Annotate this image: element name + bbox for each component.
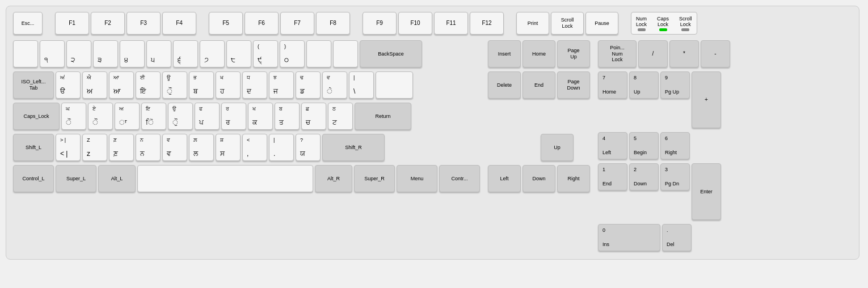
key-o[interactable]: ਝਜ <box>269 71 294 99</box>
key-3[interactable]: ੩ <box>93 40 118 67</box>
key-np-4[interactable]: 4Left <box>598 132 627 159</box>
key-j[interactable]: ਰਰ <box>221 103 246 130</box>
key-2[interactable]: ੨ <box>66 40 91 67</box>
key-left[interactable]: Left <box>488 165 521 192</box>
key-period[interactable]: ?ਯ <box>296 134 321 161</box>
key-8[interactable]: ੮ <box>226 40 251 67</box>
key-6[interactable]: ੬੍ <box>173 40 198 67</box>
key-f3[interactable]: F3 <box>127 12 161 35</box>
key-np-3[interactable]: 3Pg Dn <box>660 163 690 190</box>
key-np-star[interactable]: * <box>669 40 699 67</box>
key-insert[interactable]: Insert <box>488 40 521 67</box>
key-4[interactable]: ੪ <box>120 40 145 67</box>
key-space[interactable] <box>137 165 313 192</box>
key-h[interactable]: ਫਪ <box>195 103 220 130</box>
key-np-0[interactable]: 0Ins <box>598 224 660 251</box>
key-d[interactable]: ਅਾ <box>115 103 140 130</box>
key-bracketr[interactable]: |\ <box>349 71 374 99</box>
key-r[interactable]: ਈਇੋ <box>136 71 161 99</box>
key-np-minus[interactable]: - <box>701 40 730 67</box>
key-backslash-extra[interactable] <box>376 71 413 99</box>
key-e[interactable]: ਆਆ਼ <box>109 71 134 99</box>
key-x[interactable]: ਣ਼ਣ਼ <box>109 134 134 161</box>
key-np-8[interactable]: 8Up <box>629 71 659 99</box>
key-comma[interactable]: |. <box>269 134 294 161</box>
key-g[interactable]: ਉੁੌ <box>168 103 193 130</box>
key-f4[interactable]: F4 <box>162 12 196 35</box>
key-b[interactable]: ਲ਼ਲ <box>189 134 214 161</box>
key-iso[interactable]: > |< | <box>56 134 81 161</box>
key-bracketl[interactable]: ਵੇ <box>322 71 347 99</box>
key-np-plus[interactable]: + <box>692 71 721 128</box>
key-np-9[interactable]: 9Pg Up <box>660 71 690 99</box>
key-esc[interactable]: Esc... <box>13 12 43 35</box>
key-np-slash[interactable]: / <box>638 40 668 67</box>
key-np-1[interactable]: 1End <box>598 163 627 190</box>
key-alt-right[interactable]: Alt_R <box>315 165 352 192</box>
key-pause[interactable]: Pause <box>585 12 618 35</box>
key-apostrophe[interactable]: ਠਟ <box>328 103 353 130</box>
key-end[interactable]: End <box>523 71 555 99</box>
key-v[interactable]: ਵਵ <box>162 134 187 161</box>
key-f8[interactable]: F8 <box>316 12 350 35</box>
key-5[interactable]: ੫ <box>146 40 171 67</box>
key-delete[interactable]: Delete <box>488 71 521 99</box>
key-t[interactable]: ਊੁੌ <box>162 71 187 99</box>
key-np-dot[interactable]: .Del <box>662 224 692 251</box>
key-7[interactable]: ੭ <box>200 40 225 67</box>
key-numlock[interactable]: Poin...NumLock <box>598 40 637 67</box>
key-s[interactable]: ਏੌ <box>88 103 113 130</box>
key-f5[interactable]: F5 <box>209 12 243 35</box>
key-scrolllock[interactable]: ScrollLock <box>551 12 584 35</box>
key-np-enter[interactable]: Enter <box>692 163 721 220</box>
key-semicolon[interactable]: ਛਚ <box>301 103 326 130</box>
key-shift-left[interactable]: Shift_L <box>13 134 54 161</box>
key-1[interactable]: ੧ <box>40 40 65 67</box>
key-return[interactable]: Return <box>355 103 411 130</box>
key-n[interactable]: ਸ਼ਸ <box>216 134 241 161</box>
key-home[interactable]: Home <box>523 40 555 67</box>
key-q[interactable]: ਅਂੳ <box>56 71 81 99</box>
key-np-2[interactable]: 2Down <box>629 163 659 190</box>
key-z[interactable]: Zz <box>82 134 107 161</box>
key-backspace[interactable]: BackSpace <box>360 40 422 67</box>
key-pagedown[interactable]: PageDown <box>557 71 590 99</box>
key-right[interactable]: Right <box>557 165 590 192</box>
key-f9[interactable]: F9 <box>363 12 397 35</box>
key-y[interactable]: ਭਬ <box>189 71 214 99</box>
key-equal[interactable] <box>333 40 358 67</box>
key-f6[interactable]: F6 <box>245 12 279 35</box>
key-f2[interactable]: F2 <box>91 12 125 35</box>
key-f10[interactable]: F10 <box>398 12 432 35</box>
key-menu[interactable]: Menu <box>397 165 437 192</box>
key-p[interactable]: ਢਡ <box>296 71 321 99</box>
key-k[interactable]: ਖਕ <box>248 103 273 130</box>
key-l[interactable]: ਬਤ <box>275 103 300 130</box>
key-alt-left[interactable]: Alt_L <box>98 165 136 192</box>
key-a[interactable]: ਘੌ <box>61 103 86 130</box>
key-tab[interactable]: ISO_Left...Tab <box>13 71 54 99</box>
key-f1[interactable]: F1 <box>55 12 89 35</box>
key-w[interactable]: ਐਅ਼ <box>82 71 107 99</box>
key-c[interactable]: ਨਨ <box>136 134 161 161</box>
key-f7[interactable]: F7 <box>280 12 314 35</box>
key-m[interactable]: <, <box>242 134 267 161</box>
key-super-right[interactable]: Super_R <box>354 165 395 192</box>
key-np-6[interactable]: 6Right <box>660 132 690 159</box>
key-f12[interactable]: F12 <box>470 12 504 35</box>
key-grave[interactable] <box>13 40 38 67</box>
key-u[interactable]: ਖਹ <box>216 71 241 99</box>
key-np-7[interactable]: 7Home <box>598 71 627 99</box>
key-np-5[interactable]: 5Begin <box>629 132 659 159</box>
key-shift-right[interactable]: Shift_R <box>322 134 385 161</box>
key-pageup[interactable]: PageUp <box>557 40 590 67</box>
key-f11[interactable]: F11 <box>434 12 468 35</box>
key-minus[interactable] <box>306 40 331 67</box>
key-9[interactable]: (੯੍ <box>253 40 278 67</box>
key-capslock[interactable]: Caps_Lock <box>13 103 60 130</box>
key-ctrl-right[interactable]: Contr... <box>439 165 480 192</box>
key-super-left[interactable]: Super_L <box>56 165 96 192</box>
key-up[interactable]: Up <box>541 134 574 161</box>
key-i[interactable]: ਧਦ <box>242 71 267 99</box>
key-0[interactable]: )੦ <box>280 40 305 67</box>
